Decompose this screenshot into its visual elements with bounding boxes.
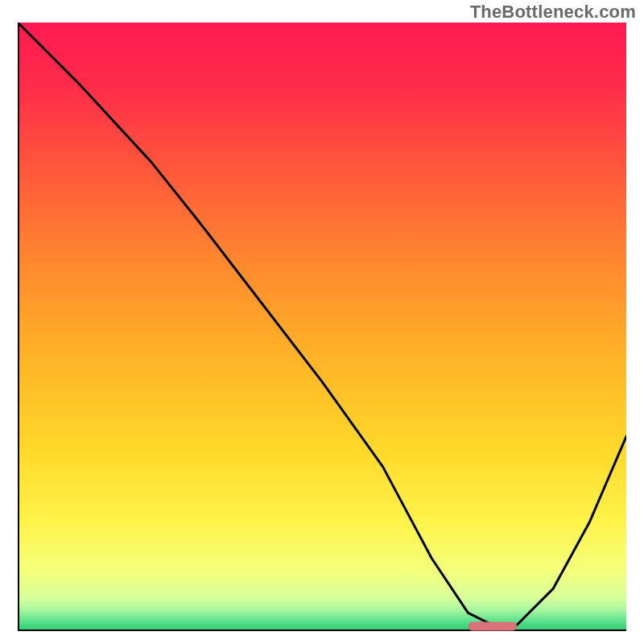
plot-area [18, 23, 626, 631]
optimal-marker [468, 621, 516, 630]
chart-svg [18, 23, 626, 631]
bottleneck-chart: TheBottleneck.com [0, 0, 644, 644]
gradient-background [18, 23, 626, 631]
watermark-label: TheBottleneck.com [470, 2, 636, 23]
